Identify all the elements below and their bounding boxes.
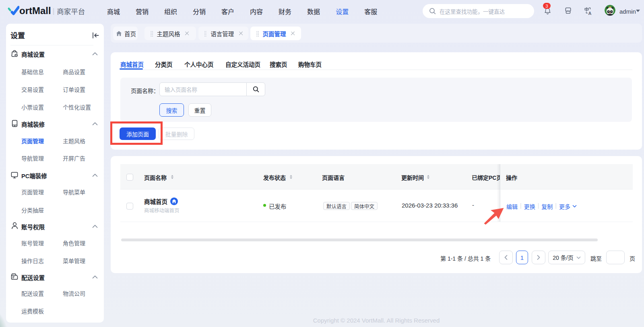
svg-text:A: A [588,11,592,15]
